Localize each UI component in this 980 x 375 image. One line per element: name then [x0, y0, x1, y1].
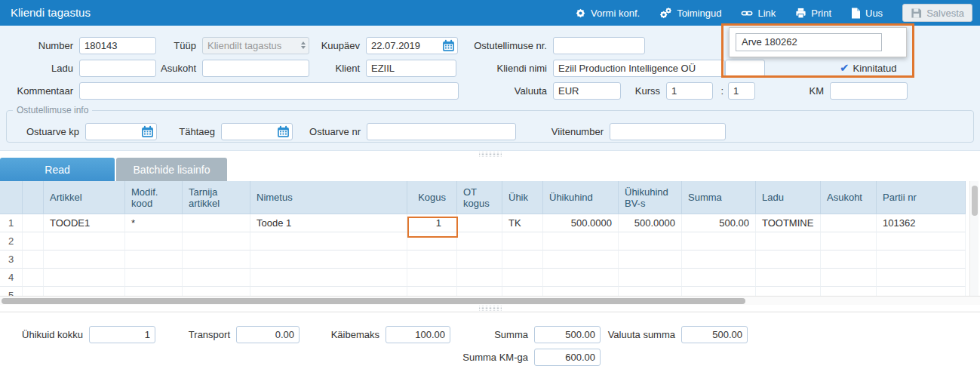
cell-yhikuhind[interactable]: 500.0000	[543, 214, 619, 232]
kurss2-input[interactable]: 1	[728, 82, 755, 100]
cell-tarnija-artikkel[interactable]	[183, 214, 250, 232]
kurss-input[interactable]: 1	[666, 82, 713, 100]
link-button[interactable]: Link	[741, 8, 776, 19]
empty-cell[interactable]	[821, 251, 877, 269]
empty-cell[interactable]	[543, 287, 619, 296]
vertical-scrollbar-thumb[interactable]	[972, 186, 978, 216]
calendar-icon[interactable]	[277, 125, 290, 138]
empty-cell[interactable]	[877, 232, 966, 251]
cell-kogus[interactable]: 1	[407, 214, 457, 232]
empty-cell[interactable]	[756, 251, 821, 269]
empty-cell[interactable]	[44, 269, 125, 287]
row-number[interactable]: 5	[0, 287, 23, 296]
empty-cell[interactable]	[125, 251, 183, 269]
number-input[interactable]: 180143	[79, 37, 156, 54]
empty-cell[interactable]	[250, 269, 407, 287]
empty-cell[interactable]	[877, 251, 966, 269]
empty-cell[interactable]	[183, 251, 250, 269]
empty-cell[interactable]	[543, 269, 619, 287]
empty-cell[interactable]	[756, 287, 821, 296]
empty-cell[interactable]	[183, 269, 250, 287]
uus-button[interactable]: Uus	[851, 8, 883, 19]
km-input[interactable]	[830, 82, 908, 100]
empty-cell[interactable]	[877, 269, 966, 287]
tahtaeg-input[interactable]	[221, 123, 293, 140]
empty-cell[interactable]	[756, 269, 821, 287]
yhikuid-kokku-input[interactable]: 1	[89, 326, 155, 343]
ostuarve-nr-input[interactable]	[367, 123, 516, 140]
splitter-handle[interactable]	[479, 306, 502, 311]
summa-km-ga-input[interactable]: 600.00	[534, 349, 601, 366]
asukoht-input[interactable]	[202, 60, 309, 77]
calendar-icon[interactable]	[141, 125, 154, 138]
valuuta-input[interactable]: EUR	[553, 82, 621, 100]
empty-cell[interactable]	[543, 251, 619, 269]
vertical-scrollbar[interactable]	[969, 181, 978, 296]
empty-cell[interactable]	[183, 232, 250, 251]
empty-cell[interactable]	[183, 287, 250, 296]
transport-input[interactable]: 0.00	[236, 326, 300, 343]
empty-cell[interactable]	[682, 232, 756, 251]
empty-cell[interactable]	[407, 251, 457, 269]
empty-cell[interactable]	[619, 269, 682, 287]
empty-cell[interactable]	[502, 269, 543, 287]
empty-cell[interactable]	[407, 232, 457, 251]
link-dropdown-item-arve[interactable]: Arve 180262	[736, 33, 882, 51]
row-number[interactable]: 3	[0, 251, 23, 269]
ostuarve-kp-input[interactable]	[85, 123, 157, 140]
row-select-cell[interactable]	[23, 214, 44, 232]
empty-cell[interactable]	[543, 232, 619, 251]
cell-asukoht[interactable]	[821, 214, 877, 232]
empty-cell[interactable]	[44, 232, 125, 251]
row-number[interactable]: 2	[0, 232, 23, 251]
empty-cell[interactable]	[619, 287, 682, 296]
summa-input[interactable]: 500.00	[534, 326, 601, 343]
empty-cell[interactable]	[457, 269, 502, 287]
kommentaar-input[interactable]	[79, 82, 459, 100]
empty-cell[interactable]	[619, 232, 682, 251]
empty-cell[interactable]	[821, 232, 877, 251]
cell-summa[interactable]: 500.00	[682, 214, 756, 232]
empty-cell[interactable]	[756, 232, 821, 251]
cell-ot-kogus[interactable]	[457, 214, 502, 232]
empty-cell[interactable]	[23, 269, 44, 287]
horizontal-scrollbar[interactable]	[0, 296, 980, 305]
tab-batchide-lisainfo[interactable]: Batchide lisainfo	[116, 158, 227, 181]
empty-cell[interactable]	[23, 232, 44, 251]
empty-cell[interactable]	[250, 251, 407, 269]
empty-cell[interactable]	[23, 251, 44, 269]
cell-partii-nr[interactable]: 101362	[877, 214, 966, 232]
empty-cell[interactable]	[502, 287, 543, 296]
salvesta-button[interactable]: Salvesta	[902, 4, 972, 22]
cell-nimetus[interactable]: Toode 1	[250, 214, 407, 232]
field-kinnitatud[interactable]: ✔ Kinnitatud	[840, 59, 896, 77]
empty-cell[interactable]	[457, 287, 502, 296]
empty-cell[interactable]	[682, 287, 756, 296]
extra-input[interactable]	[725, 60, 765, 77]
empty-cell[interactable]	[23, 287, 44, 296]
empty-cell[interactable]	[682, 251, 756, 269]
row-number[interactable]: 4	[0, 269, 23, 287]
empty-cell[interactable]	[250, 287, 407, 296]
empty-cell[interactable]	[407, 287, 457, 296]
checkbox-checked-icon[interactable]: ✔	[840, 63, 849, 74]
empty-cell[interactable]	[125, 232, 183, 251]
empty-cell[interactable]	[877, 287, 966, 296]
empty-cell[interactable]	[125, 287, 183, 296]
toimingud-button[interactable]: Toimingud	[659, 8, 721, 19]
empty-cell[interactable]	[125, 269, 183, 287]
cell-yhikuhind-bvs[interactable]: 500.0000	[619, 214, 682, 232]
kliendi-nimi-input[interactable]: Eziil Production Intelligence OÜ	[553, 60, 725, 77]
horizontal-scrollbar-thumb[interactable]	[2, 298, 745, 304]
tyyp-select[interactable]: Kliendilt tagastus	[202, 37, 309, 54]
cell-modif-kood[interactable]: *	[125, 214, 183, 232]
empty-cell[interactable]	[457, 232, 502, 251]
cell-ladu[interactable]: TOOTMINE	[756, 214, 821, 232]
calendar-icon[interactable]	[442, 39, 455, 52]
klient-input[interactable]: EZIIL	[366, 60, 456, 77]
viitenumber-input[interactable]	[610, 123, 726, 140]
print-button[interactable]: Print	[795, 8, 831, 19]
empty-cell[interactable]	[502, 251, 543, 269]
splitter-handle[interactable]	[479, 152, 502, 157]
empty-cell[interactable]	[619, 251, 682, 269]
